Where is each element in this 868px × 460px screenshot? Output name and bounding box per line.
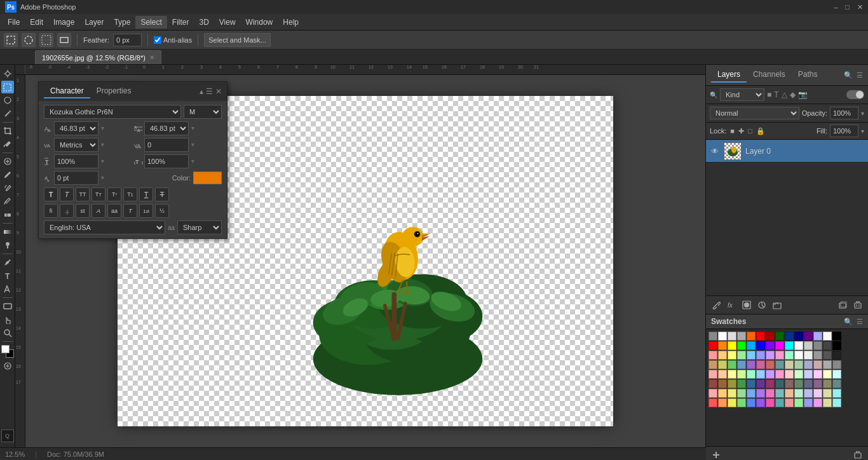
color-swatch[interactable] (193, 172, 222, 184)
swatch[interactable] (832, 379, 841, 388)
menu-layer[interactable]: Layer (79, 16, 109, 29)
layer-link-icon[interactable] (710, 299, 722, 311)
swatch[interactable] (766, 389, 775, 398)
ot-ordinal-btn[interactable]: T (123, 204, 137, 218)
swatch[interactable] (718, 389, 727, 398)
swatch[interactable] (785, 379, 794, 388)
swatch[interactable] (737, 389, 746, 398)
swatch[interactable] (823, 379, 832, 388)
filter-toggle[interactable] (846, 90, 864, 99)
menu-3d[interactable]: 3D (194, 16, 214, 29)
swatch[interactable] (775, 370, 784, 379)
menu-image[interactable]: Image (48, 16, 79, 29)
lock-pixel-icon[interactable]: ■ (730, 127, 735, 135)
tool-move[interactable] (1, 67, 14, 80)
swatch[interactable] (747, 332, 756, 341)
tool-extra[interactable] (1, 360, 14, 372)
layer-visibility-icon[interactable]: 👁 (710, 146, 720, 156)
baseline-input[interactable] (54, 171, 98, 185)
swatch[interactable] (813, 351, 822, 360)
swatch[interactable] (775, 398, 784, 407)
hscale-dropdown-icon[interactable]: ▼ (190, 158, 196, 165)
swatch[interactable] (804, 379, 813, 388)
tool-type[interactable]: T (1, 269, 14, 282)
tool-hand[interactable] (1, 313, 14, 326)
swatch[interactable] (804, 360, 813, 369)
style-smallcaps-btn[interactable]: TT (92, 187, 105, 201)
swatch[interactable] (804, 398, 813, 407)
swatch[interactable] (832, 389, 841, 398)
tool-clone[interactable] (1, 182, 14, 194)
tool-heal[interactable] (1, 155, 14, 168)
swatch[interactable] (813, 379, 822, 388)
tool-gradient[interactable] (1, 226, 14, 238)
swatch[interactable] (766, 360, 775, 369)
menu-help[interactable]: Help (278, 16, 304, 29)
swatch[interactable] (785, 360, 794, 369)
swatch[interactable] (766, 351, 775, 360)
swatch[interactable] (718, 351, 727, 360)
style-strikethrough-btn[interactable]: T (155, 187, 169, 201)
fill-dropdown-icon[interactable]: ▾ (861, 128, 864, 135)
panel-close-icon[interactable]: ✕ (215, 87, 222, 96)
tool-path-select[interactable] (1, 283, 14, 295)
kerning-select[interactable]: Metrics Optical 0 (54, 138, 98, 152)
swatch[interactable] (813, 370, 822, 379)
filter-shape-icon[interactable]: △ (782, 90, 787, 99)
swatch[interactable] (775, 332, 784, 341)
menu-select[interactable]: Select (135, 16, 166, 29)
swatch[interactable] (747, 379, 756, 388)
swatch[interactable] (756, 379, 765, 388)
swatch[interactable] (766, 398, 775, 407)
filter-adj-icon[interactable]: ◆ (790, 90, 796, 99)
swatch[interactable] (737, 341, 746, 350)
swatch[interactable] (718, 341, 727, 350)
swatch[interactable] (785, 351, 794, 360)
swatches-search-icon[interactable]: 🔍 (844, 318, 853, 326)
swatch[interactable] (756, 398, 765, 407)
ot-frac-btn[interactable]: ؼ (60, 204, 74, 218)
tool-rect-shape[interactable] (1, 300, 14, 313)
swatch[interactable] (756, 360, 765, 369)
feather-input[interactable] (113, 34, 142, 46)
menu-file[interactable]: File (3, 16, 25, 29)
swatch[interactable] (728, 341, 736, 350)
swatch[interactable] (823, 370, 832, 379)
style-superscript-btn[interactable]: T* (107, 187, 121, 201)
swatch[interactable] (747, 398, 756, 407)
swatch[interactable] (775, 360, 784, 369)
swatch[interactable] (775, 351, 784, 360)
swatch[interactable] (728, 332, 736, 341)
swatch[interactable] (766, 379, 775, 388)
swatch[interactable] (775, 341, 784, 350)
maximize-button[interactable]: □ (845, 3, 850, 11)
lock-artboard-icon[interactable]: □ (748, 127, 752, 135)
tool-zoom[interactable] (1, 327, 14, 339)
swatch[interactable] (737, 332, 746, 341)
swatch[interactable] (804, 351, 813, 360)
swatch[interactable] (737, 379, 746, 388)
swatch[interactable] (766, 341, 775, 350)
aa-method-select[interactable]: Sharp Crisp Strong Smooth (177, 220, 222, 234)
hscale-input[interactable] (144, 154, 189, 168)
swatch[interactable] (709, 398, 717, 407)
tool-rect-marquee[interactable] (4, 33, 18, 47)
swatch[interactable] (709, 360, 717, 369)
canvas-tab[interactable]: 1902655e.jpg @ 12.5% (RGB/8*) ✕ (35, 50, 161, 64)
swatch[interactable] (832, 398, 841, 407)
swatch[interactable] (804, 389, 813, 398)
swatch[interactable] (794, 360, 803, 369)
lock-position-icon[interactable]: ✚ (738, 127, 744, 135)
close-button[interactable]: ✕ (857, 3, 863, 11)
swatches-delete-icon[interactable] (851, 449, 864, 460)
swatch[interactable] (775, 389, 784, 398)
swatch[interactable] (794, 341, 803, 350)
anti-alias-checkbox[interactable]: Anti-alias (154, 36, 192, 44)
tool-eyedropper[interactable] (1, 138, 14, 151)
swatch[interactable] (728, 379, 736, 388)
swatch[interactable] (775, 379, 784, 388)
swatch[interactable] (785, 341, 794, 350)
swatch[interactable] (823, 351, 832, 360)
swatch[interactable] (709, 389, 717, 398)
tab-channels[interactable]: Channels (747, 67, 792, 83)
